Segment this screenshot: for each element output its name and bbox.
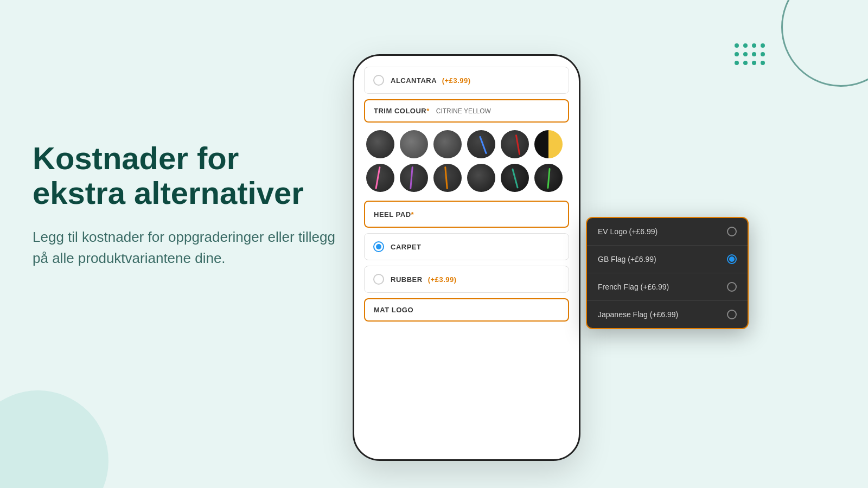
dropdown-item-french-flag[interactable]: French Flag (+£6.99) [587,273,748,301]
swatch-teal-thread[interactable] [501,164,529,192]
heel-pad-header[interactable]: HEEL PAD* [364,201,569,228]
gb-flag-label: GB Flag (+£6.99) [598,255,656,264]
alcantara-option[interactable]: ALCANTARA (+£3.99) [364,67,569,94]
phone-mockup: ALCANTARA (+£3.99) TRIM COLOUR* CITRINE … [353,54,580,461]
swatch-dark-gray[interactable] [366,130,394,158]
ev-logo-label: EV Logo (+£6.99) [598,227,658,236]
trim-colour-value: CITRINE YELLOW [436,107,491,115]
phone-frame: ALCANTARA (+£3.99) TRIM COLOUR* CITRINE … [353,54,580,461]
french-flag-radio [727,282,737,292]
swatch-orange-thread[interactable] [433,164,462,192]
rubber-radio [373,274,384,285]
swatch-green-thread[interactable] [534,164,563,192]
swatch-mid-gray[interactable] [400,130,428,158]
swatch-pink-thread[interactable] [366,164,394,192]
rubber-option[interactable]: RUBBER (+£3.99) [364,266,569,293]
carpet-label: CARPET [391,243,421,251]
dropdown-item-ev-logo[interactable]: EV Logo (+£6.99) [587,218,748,246]
heel-pad-title: HEEL PAD* [374,210,414,219]
swatch-charcoal[interactable] [433,130,462,158]
dropdown-popup: EV Logo (+£6.99) GB Flag (+£6.99) French… [586,217,749,329]
ev-logo-radio [727,227,737,236]
color-swatches [364,130,569,192]
swatch-purple-thread[interactable] [400,164,428,192]
bg-circle-bottom-left [0,390,108,488]
bg-circle-top-right [781,0,868,87]
trim-colour-header[interactable]: TRIM COLOUR* CITRINE YELLOW [364,99,569,123]
french-flag-label: French Flag (+£6.99) [598,282,669,291]
alcantara-price: (+£3.99) [442,76,471,85]
dots-decoration [735,43,765,65]
alcantara-label: ALCANTARA (+£3.99) [391,76,471,85]
gb-flag-radio [727,254,737,264]
carpet-option[interactable]: CARPET [364,233,569,260]
left-section: Kostnader for ekstra alternativer Legg t… [33,141,336,269]
swatch-blue-thread[interactable] [467,130,495,158]
rubber-label: RUBBER (+£3.99) [391,275,457,284]
swatch-dark2[interactable] [467,164,495,192]
alcantara-radio [373,75,384,86]
page-subtitle: Legg til kostnader for oppgraderinger el… [33,227,336,269]
trim-colour-title: TRIM COLOUR* [374,107,430,115]
japanese-flag-radio [727,310,737,319]
dropdown-item-gb-flag[interactable]: GB Flag (+£6.99) [587,246,748,273]
japanese-flag-label: Japanese Flag (+£6.99) [598,310,678,319]
mat-logo-header[interactable]: MAT LOGO [364,298,569,322]
swatch-red-thread[interactable] [501,130,529,158]
swatch-yellow[interactable] [534,130,563,158]
mat-logo-title: MAT LOGO [374,306,413,314]
dropdown-item-japanese-flag[interactable]: Japanese Flag (+£6.99) [587,301,748,328]
carpet-radio [373,241,384,252]
phone-content: ALCANTARA (+£3.99) TRIM COLOUR* CITRINE … [354,56,579,459]
page-title: Kostnader for ekstra alternativer [33,141,336,210]
